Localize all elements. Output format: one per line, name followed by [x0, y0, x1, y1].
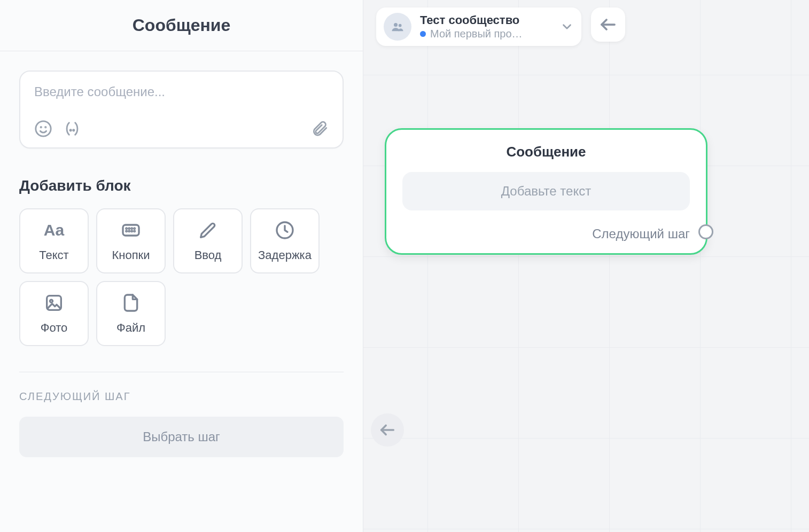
block-grid: Aa Текст Кнопки Ввод Задержка — [19, 208, 344, 346]
svg-point-9 — [134, 228, 135, 229]
svg-point-2 — [45, 127, 46, 127]
variable-icon[interactable] — [63, 120, 81, 138]
community-avatar-icon — [384, 13, 411, 41]
block-tile-buttons[interactable]: Кнопки — [96, 208, 166, 273]
svg-point-13 — [134, 231, 135, 232]
block-tile-text[interactable]: Aa Текст — [19, 208, 89, 273]
panel-header: Сообщение — [0, 0, 363, 51]
pencil-icon — [197, 220, 219, 241]
svg-point-10 — [126, 231, 127, 232]
svg-point-16 — [50, 300, 53, 302]
context-back-button[interactable] — [591, 7, 625, 42]
block-tile-label: Ввод — [195, 248, 222, 262]
panel-title: Сообщение — [133, 15, 231, 35]
text-icon: Aa — [43, 220, 65, 241]
clock-icon — [274, 220, 295, 241]
svg-point-1 — [41, 127, 41, 127]
editor-panel: Сообщение Введите сообщение... Добавить … — [0, 0, 363, 532]
message-placeholder[interactable]: Введите сообщение... — [34, 84, 329, 99]
canvas-back-button[interactable] — [371, 413, 404, 447]
block-tile-label: Фото — [41, 321, 68, 335]
file-icon — [120, 292, 142, 314]
svg-point-11 — [129, 231, 130, 232]
node-next-label: Следующий шаг — [592, 226, 690, 241]
svg-point-0 — [36, 121, 51, 136]
community-name: Тест сообщество — [420, 13, 523, 27]
status-dot — [420, 31, 426, 37]
svg-point-6 — [126, 228, 127, 229]
paperclip-icon[interactable] — [310, 120, 329, 138]
block-tile-label: Текст — [39, 248, 68, 262]
block-tile-label: Файл — [116, 321, 145, 335]
message-toolbar — [34, 120, 329, 138]
image-icon — [43, 292, 65, 314]
flow-canvas[interactable]: Тест сообщество Мой первый про… Сообщени… — [363, 0, 809, 532]
next-step-heading: СЛЕДУЮЩИЙ ШАГ — [19, 390, 344, 403]
choose-step-button[interactable]: Выбрать шаг — [19, 417, 344, 457]
svg-point-18 — [399, 24, 402, 27]
block-tile-delay[interactable]: Задержка — [250, 208, 320, 273]
node-text-placeholder[interactable]: Добавьте текст — [402, 172, 690, 210]
block-tile-file[interactable]: Файл — [96, 281, 166, 346]
block-tile-photo[interactable]: Фото — [19, 281, 89, 346]
context-bar: Тест сообщество Мой первый про… — [376, 7, 625, 46]
chevron-down-icon[interactable] — [560, 20, 574, 34]
svg-point-4 — [73, 130, 74, 131]
svg-point-12 — [131, 231, 133, 232]
block-tile-label: Задержка — [258, 248, 312, 262]
message-input-card[interactable]: Введите сообщение... — [19, 71, 344, 148]
block-tile-input[interactable]: Ввод — [173, 208, 243, 273]
block-tile-label: Кнопки — [112, 248, 150, 262]
svg-point-8 — [131, 228, 133, 229]
svg-point-3 — [70, 130, 71, 131]
panel-body: Введите сообщение... Добавить блок Aa Те… — [0, 51, 363, 532]
node-title: Сообщение — [402, 144, 690, 160]
emoji-icon[interactable] — [34, 120, 52, 138]
node-output-port[interactable] — [698, 224, 713, 239]
project-name: Мой первый про… — [430, 27, 523, 40]
keyboard-icon — [120, 220, 142, 241]
add-block-heading: Добавить блок — [19, 177, 344, 194]
svg-point-17 — [394, 23, 398, 27]
context-selector[interactable]: Тест сообщество Мой первый про… — [376, 7, 581, 46]
divider — [19, 372, 344, 372]
flow-node-message[interactable]: Сообщение Добавьте текст Следующий шаг — [385, 128, 707, 255]
svg-point-7 — [129, 228, 130, 229]
